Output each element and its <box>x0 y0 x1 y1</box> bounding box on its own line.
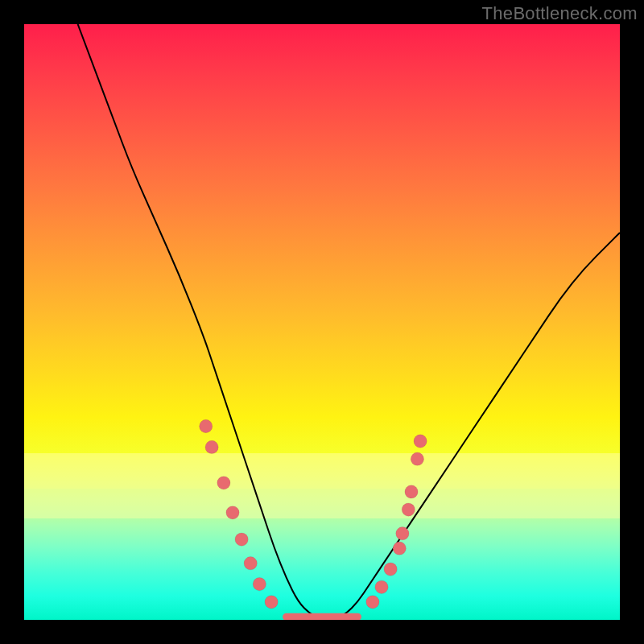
marker-right <box>393 542 406 555</box>
marker-left <box>226 506 239 519</box>
chart-frame: TheBottleneck.com <box>0 0 644 644</box>
marker-left <box>200 419 213 432</box>
marker-left <box>253 577 266 590</box>
bottleneck-curve <box>78 24 620 620</box>
marker-right <box>414 435 427 448</box>
marker-right <box>384 563 397 576</box>
marker-right <box>366 596 379 609</box>
marker-left <box>205 440 218 453</box>
chart-svg <box>24 24 620 620</box>
marker-left <box>217 477 230 489</box>
marker-right <box>396 527 409 540</box>
marker-left <box>235 533 248 546</box>
marker-right <box>402 503 415 516</box>
marker-left <box>244 557 257 570</box>
plot-area <box>24 24 620 620</box>
marker-right <box>405 485 418 498</box>
marker-right <box>375 580 388 593</box>
marker-left <box>265 596 278 609</box>
marker-right <box>411 452 423 465</box>
watermark-text: TheBottleneck.com <box>482 3 638 24</box>
